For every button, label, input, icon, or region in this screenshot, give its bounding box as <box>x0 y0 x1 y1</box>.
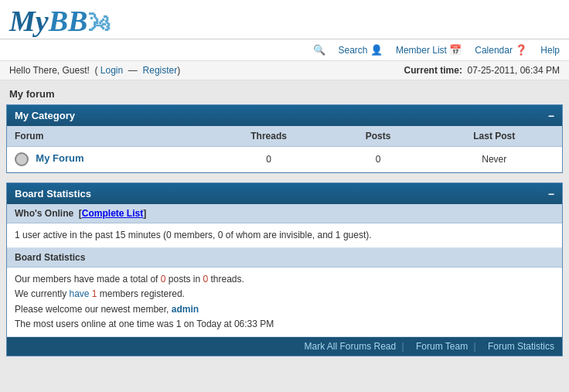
stats-line3: Please welcome our newest member, admin <box>15 304 199 315</box>
stats-line4: The most users online at one time was 1 … <box>15 319 274 329</box>
login-link[interactable]: Login <box>101 65 123 76</box>
infobar: Hello There, Guest! ( Login — Register) … <box>0 61 569 80</box>
logo: MyBB🌬 <box>9 6 560 36</box>
register-link[interactable]: Register <box>143 65 178 76</box>
calendar-link[interactable]: Calendar <box>475 45 513 56</box>
table-row: My Forum 0 0 Never <box>7 147 562 172</box>
col-threads: Threads <box>208 126 330 147</box>
stats-title: Board Statistics <box>15 188 91 199</box>
member-list-icon: 👤 <box>370 44 383 56</box>
header-section: MyBB🌬 <box>0 0 569 39</box>
navbar: 🔍 Search 👤 Member List 📅 Calendar ❓ Help <box>0 39 569 61</box>
calendar-icon: 📅 <box>449 44 462 56</box>
greeting-area: Hello There, Guest! ( Login — Register) <box>9 65 180 76</box>
threads-cell: 0 <box>208 147 330 172</box>
current-time-label: Current time: <box>404 65 462 76</box>
mark-all-read-link[interactable]: Mark All Forums Read <box>305 341 397 352</box>
stats-collapse-button[interactable]: − <box>548 189 554 199</box>
current-time-area: Current time: 07-25-2011, 06:34 PM <box>404 65 560 76</box>
stats-line2: We currently have 1 members registered. <box>15 288 185 299</box>
logo-my: My <box>9 5 49 37</box>
stats-details-row: Our members have made a total of 0 posts… <box>7 268 562 337</box>
category-title: My Category <box>15 110 75 121</box>
category-header: My Category − <box>7 105 562 126</box>
complete-list-link[interactable]: Complete List <box>82 208 143 219</box>
nav-help[interactable]: ❓ Help <box>515 44 560 56</box>
online-summary: 1 user active in the past 15 minutes (0 … <box>15 230 372 240</box>
forum-link[interactable]: My Forum <box>36 152 83 164</box>
col-forum: Forum <box>7 126 208 147</box>
table-header-row: Forum Threads Posts Last Post <box>7 126 562 147</box>
newest-member-link[interactable]: admin <box>172 304 199 315</box>
forum-statistics-link[interactable]: Forum Statistics <box>488 341 554 352</box>
last-post-cell: Never <box>427 147 562 172</box>
stats-line1: Our members have made a total of 0 posts… <box>15 274 244 285</box>
online-summary-row: 1 user active in the past 15 minutes (0 … <box>7 223 562 248</box>
page-title: My forum <box>0 80 569 104</box>
search-icon: 🔍 <box>313 44 325 56</box>
stats-footer: Mark All Forums Read | Forum Team | Foru… <box>7 337 562 356</box>
whos-online-header: Who's Online [Complete List] <box>7 204 562 223</box>
nav-calendar[interactable]: 📅 Calendar <box>449 44 513 56</box>
greeting-text: Hello There, Guest! <box>9 65 90 76</box>
member-list-link[interactable]: Member List <box>396 45 447 56</box>
stats-header: Board Statistics − <box>7 183 562 204</box>
board-stats-subheader: Board Statistics <box>7 248 562 268</box>
board-statistics-section: Board Statistics − Who's Online [Complet… <box>6 182 563 356</box>
col-posts: Posts <box>330 126 427 147</box>
collapse-button[interactable]: − <box>548 111 554 121</box>
forum-name-cell: My Forum <box>7 147 208 172</box>
nav-member-list[interactable]: 👤 Member List <box>370 44 447 56</box>
forum-table: Forum Threads Posts Last Post My Forum 0… <box>7 126 562 172</box>
posts-cell: 0 <box>330 147 427 172</box>
nav-search[interactable]: 🔍 Search <box>313 44 368 56</box>
whos-online-label: Who's Online <box>15 208 73 219</box>
forum-icon <box>15 152 29 166</box>
current-time-value: 07-25-2011, 06:34 PM <box>468 65 560 76</box>
col-last-post: Last Post <box>427 126 562 147</box>
logo-cloud: 🌬 <box>87 10 111 36</box>
help-icon: ❓ <box>515 44 527 56</box>
search-link[interactable]: Search <box>339 45 368 56</box>
logo-bb: BB <box>49 5 88 37</box>
content-area: My Category − Forum Threads Posts Last P… <box>0 104 569 372</box>
help-link[interactable]: Help <box>540 45 560 56</box>
forum-team-link[interactable]: Forum Team <box>416 341 468 352</box>
category-section: My Category − Forum Threads Posts Last P… <box>6 104 563 173</box>
